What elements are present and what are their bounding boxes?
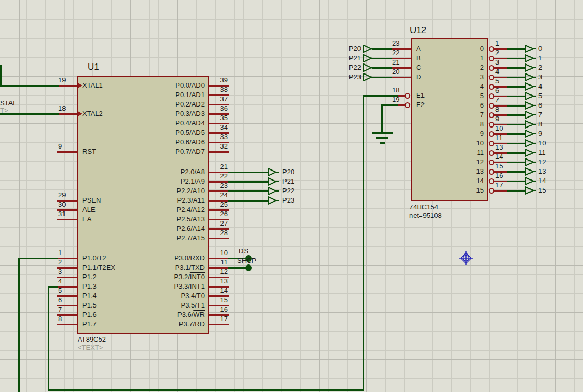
pin-U1-28[interactable] xyxy=(209,238,229,239)
p1.0-net[interactable] xyxy=(18,258,58,259)
pin-U12-15-bubble xyxy=(489,169,494,175)
pin-number-U1-9: 9 xyxy=(58,143,72,150)
terminal-arrow-icon xyxy=(525,149,536,157)
e2-gnd-net[interactable] xyxy=(381,104,383,134)
pin-U1-17[interactable] xyxy=(209,324,229,325)
terminal-u12-output-terminals-11[interactable] xyxy=(525,149,536,157)
terminal-u12-output-terminals-9[interactable] xyxy=(525,130,536,138)
terminal-arrow-icon xyxy=(525,158,536,166)
terminal-p2-output-terminals-P21[interactable] xyxy=(268,177,279,186)
xtal1-net[interactable] xyxy=(0,85,59,87)
pin-number-U1-16: 16 xyxy=(214,306,228,313)
ground-symbol[interactable] xyxy=(372,132,393,134)
terminal-u12-input-terminals-P23[interactable] xyxy=(363,73,374,81)
ground-symbol[interactable] xyxy=(380,142,385,144)
pin-number-U1-36: 36 xyxy=(214,105,228,112)
terminal-label-P22: P22 xyxy=(341,63,361,72)
u12-out12-wire[interactable] xyxy=(507,162,526,163)
p1.3-e1-net[interactable] xyxy=(48,389,364,391)
u12-c-wire[interactable] xyxy=(372,67,392,69)
ground-symbol[interactable] xyxy=(376,137,388,139)
u12-out15-wire[interactable] xyxy=(507,190,526,192)
terminal-arrow-icon xyxy=(363,54,374,62)
terminal-arrow-icon xyxy=(525,111,536,119)
p1.3-e1-net[interactable] xyxy=(48,286,58,288)
pin-U1-9[interactable] xyxy=(57,151,77,153)
schematic-canvas[interactable]: U1AT89C52<TEXT>19XTAL118XTAL29RST29PSEN3… xyxy=(0,0,583,392)
pin-label-U1-9: RST xyxy=(82,147,96,156)
terminal-u12-output-terminals-6[interactable] xyxy=(525,101,536,110)
p21-wire[interactable] xyxy=(228,181,269,183)
component-U12-value: 74HC154 xyxy=(409,203,438,211)
terminal-u12-output-terminals-3[interactable] xyxy=(525,73,536,81)
terminal-u12-output-terminals-12[interactable] xyxy=(525,158,536,166)
pin-U12-20[interactable] xyxy=(391,77,411,78)
pin-U1-8[interactable] xyxy=(57,324,77,325)
u12-out6-wire[interactable] xyxy=(507,105,526,107)
p23-wire[interactable] xyxy=(228,200,269,202)
u12-out5-wire[interactable] xyxy=(507,96,526,97)
pin-U12-17[interactable] xyxy=(494,190,508,192)
terminal-u12-output-terminals-14[interactable] xyxy=(525,177,536,185)
terminal-label-0: 0 xyxy=(538,45,554,53)
terminal-u12-output-terminals-2[interactable] xyxy=(525,63,536,72)
origin-marker[interactable] xyxy=(459,251,473,265)
u12-out7-wire[interactable] xyxy=(507,114,526,116)
pin-U1-19[interactable] xyxy=(57,85,77,87)
p1.3-e1-net[interactable] xyxy=(363,95,364,391)
terminal-u12-input-terminals-P20[interactable] xyxy=(363,45,374,53)
pin-U1-18[interactable] xyxy=(57,113,77,115)
terminal-p2-output-terminals-P20[interactable] xyxy=(268,168,279,176)
u12-out8-wire[interactable] xyxy=(507,124,526,125)
pin-label-U12-23: A xyxy=(416,45,421,53)
u12-out10-wire[interactable] xyxy=(507,143,526,144)
pin-U12-19[interactable] xyxy=(397,104,405,106)
terminal-u12-output-terminals-7[interactable] xyxy=(525,111,536,119)
pin-label-U1-31: EA xyxy=(82,215,91,224)
pin-label-U1-30: ALE xyxy=(82,206,96,214)
terminal-label-12: 12 xyxy=(538,158,554,166)
terminal-u12-input-terminals-P22[interactable] xyxy=(363,63,374,72)
u12-out9-wire[interactable] xyxy=(507,133,526,135)
p20-wire[interactable] xyxy=(228,172,269,173)
pin-label-U1-7: P1.6 xyxy=(82,311,97,319)
p22-wire[interactable] xyxy=(228,190,269,192)
terminal-label-13: 13 xyxy=(538,167,554,176)
terminal-p2-output-terminals-P22[interactable] xyxy=(268,187,279,195)
p1.3-e1-net[interactable] xyxy=(363,95,398,97)
u12-out13-wire[interactable] xyxy=(507,171,526,173)
terminal-u12-output-terminals-15[interactable] xyxy=(525,186,536,195)
u12-b-wire[interactable] xyxy=(372,58,392,59)
pin-U12-10-bubble xyxy=(489,131,494,137)
p1.0-net[interactable] xyxy=(18,258,20,392)
xtal1-net[interactable] xyxy=(0,65,2,87)
terminal-u12-output-terminals-0[interactable] xyxy=(525,45,536,53)
u12-d-wire[interactable] xyxy=(372,77,392,78)
u12-a-wire[interactable] xyxy=(372,48,392,50)
e2-gnd-net[interactable] xyxy=(381,104,398,106)
pin-U1-31[interactable] xyxy=(57,219,77,220)
terminal-u12-output-terminals-10[interactable] xyxy=(525,139,536,147)
pin-number-U1-26: 26 xyxy=(214,210,228,218)
u12-out1-wire[interactable] xyxy=(507,58,526,59)
u12-out3-wire[interactable] xyxy=(507,77,526,78)
terminal-u12-output-terminals-4[interactable] xyxy=(525,82,536,91)
p1.3-e1-net[interactable] xyxy=(48,286,49,391)
u12-out0-wire[interactable] xyxy=(507,48,526,50)
terminal-u12-output-terminals-8[interactable] xyxy=(525,120,536,129)
u12-out2-wire[interactable] xyxy=(507,67,526,69)
junction-SHCP[interactable] xyxy=(245,264,252,271)
terminal-u12-output-terminals-13[interactable] xyxy=(525,167,536,176)
xtal2-net[interactable] xyxy=(0,113,59,115)
terminal-u12-input-terminals-P21[interactable] xyxy=(363,54,374,62)
terminal-p2-output-terminals-P23[interactable] xyxy=(268,196,279,205)
pin-number-U1-5: 5 xyxy=(58,287,72,294)
u12-out11-wire[interactable] xyxy=(507,152,526,154)
pin-label-U12-14: 12 xyxy=(421,158,484,166)
terminal-u12-output-terminals-5[interactable] xyxy=(525,92,536,100)
pin-U1-32[interactable] xyxy=(209,151,229,153)
pin-label-U12-13: 11 xyxy=(421,149,484,157)
u12-out4-wire[interactable] xyxy=(507,86,526,88)
u12-out14-wire[interactable] xyxy=(507,181,526,182)
terminal-u12-output-terminals-1[interactable] xyxy=(525,54,536,62)
